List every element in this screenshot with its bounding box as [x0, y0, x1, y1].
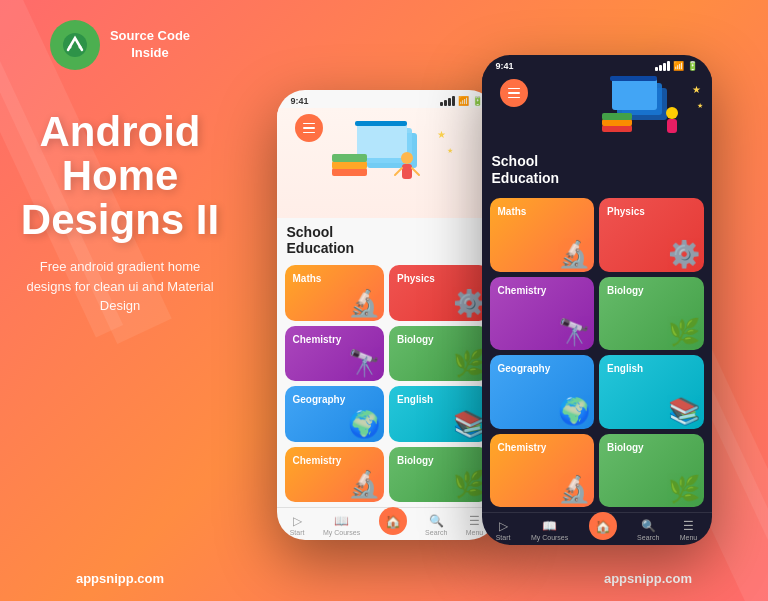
nav-search-light[interactable]: 🔍 Search: [425, 514, 447, 536]
subject-card-geography-dark[interactable]: Geography 🌍: [490, 355, 595, 429]
subject-card-biology-light[interactable]: Biology 🌿: [389, 326, 489, 382]
svg-rect-18: [612, 78, 657, 110]
status-bar-dark: 9:41 📶 🔋: [482, 55, 712, 73]
svg-rect-23: [602, 119, 632, 126]
hero-illustration-light: ★ ★: [307, 113, 467, 213]
status-icons-dark: 📶 🔋: [655, 61, 698, 71]
subject-card-physics-light[interactable]: Physics ⚙️: [389, 265, 489, 321]
nav-start-light[interactable]: ▷ Start: [290, 514, 305, 536]
subject-card-english-dark[interactable]: English 📚: [599, 355, 704, 429]
subject-grid-light: Maths 🔬 Physics ⚙️ Chemistry 🔭 Biology 🌿…: [277, 260, 497, 507]
subject-card-english-light[interactable]: English 📚: [389, 386, 489, 442]
nav-start-icon: ▷: [293, 514, 302, 528]
source-code-label: Source Code Inside: [110, 28, 190, 62]
status-bar-light: 9:41 📶 🔋: [277, 90, 497, 108]
svg-point-20: [666, 107, 678, 119]
svg-rect-5: [357, 123, 407, 158]
svg-text:★: ★: [447, 147, 453, 154]
subject-card-maths-dark[interactable]: Maths 🔬: [490, 198, 595, 272]
nav-menu-dark[interactable]: ☰ Menu: [680, 519, 698, 541]
subject-grid-dark: Maths 🔬 Physics ⚙️ Chemistry 🔭 Biology 🌿…: [482, 193, 712, 512]
svg-line-9: [395, 168, 402, 175]
subject-card-biology2-dark[interactable]: Biology 🌿: [599, 434, 704, 508]
phone-light: 9:41 📶 🔋: [277, 90, 497, 540]
nav-search-dark[interactable]: 🔍 Search: [637, 519, 659, 541]
subject-card-geography-light[interactable]: Geography 🌍: [285, 386, 385, 442]
hamburger-dark[interactable]: [500, 79, 528, 107]
svg-rect-21: [667, 119, 677, 133]
svg-text:★: ★: [697, 102, 703, 109]
svg-text:★: ★: [437, 129, 446, 140]
school-heading-light: School Education: [277, 218, 497, 260]
bottom-nav-light: ▷ Start 📖 My Courses 🏠 🔍 Search ☰ Menu: [277, 507, 497, 540]
phone-light-screen: 9:41 📶 🔋: [277, 90, 497, 540]
time-light: 9:41: [291, 96, 309, 106]
nav-menu-icon-dark: ☰: [683, 519, 694, 533]
subject-card-chemistry-light[interactable]: Chemistry 🔭: [285, 326, 385, 382]
url-left: appsnipp.com: [0, 571, 240, 586]
nav-courses-icon: 📖: [334, 514, 349, 528]
nav-courses-dark[interactable]: 📖 My Courses: [531, 519, 568, 541]
svg-rect-8: [402, 164, 412, 179]
phone-dark-screen: 9:41 📶 🔋: [482, 55, 712, 545]
subject-card-biology-dark[interactable]: Biology 🌿: [599, 277, 704, 351]
status-icons-light: 📶 🔋: [440, 96, 483, 106]
nav-start-dark[interactable]: ▷ Start: [496, 519, 511, 541]
nav-courses-icon-dark: 📖: [542, 519, 557, 533]
time-dark: 9:41: [496, 61, 514, 71]
main-title: Android Home Designs II: [21, 110, 219, 242]
subject-card-biology2-light[interactable]: Biology 🌿: [389, 447, 489, 503]
url-right: appsnipp.com: [528, 571, 768, 586]
nav-menu-light[interactable]: ☰ Menu: [466, 514, 484, 536]
phones-area: 9:41 📶 🔋: [220, 10, 768, 590]
nav-start-icon-dark: ▷: [499, 519, 508, 533]
subject-card-chemistry2-light[interactable]: Chemistry 🔬: [285, 447, 385, 503]
nav-home-dark[interactable]: 🏠: [589, 512, 617, 540]
logo-area: Source Code Inside: [50, 20, 190, 70]
svg-point-7: [401, 152, 413, 164]
svg-rect-12: [332, 161, 367, 169]
svg-line-10: [412, 168, 419, 175]
svg-rect-22: [602, 125, 632, 132]
hero-illustration-dark: ★ ★: [582, 73, 712, 183]
svg-text:★: ★: [692, 84, 701, 95]
school-heading-dark: School Education: [492, 153, 560, 187]
nav-search-icon-dark: 🔍: [641, 519, 656, 533]
svg-rect-11: [332, 168, 367, 176]
hero-light: ★ ★: [277, 108, 497, 218]
svg-rect-13: [332, 154, 367, 162]
subject-card-physics-dark[interactable]: Physics ⚙️: [599, 198, 704, 272]
nav-courses-light[interactable]: 📖 My Courses: [323, 514, 360, 536]
subtitle: Free android gradient home designs for c…: [0, 257, 240, 316]
hero-dark: School Education ★ ★: [482, 73, 712, 193]
subject-card-chemistry-dark[interactable]: Chemistry 🔭: [490, 277, 595, 351]
svg-point-1: [68, 46, 71, 49]
hamburger-light[interactable]: [295, 114, 323, 142]
svg-rect-6: [355, 121, 407, 126]
nav-menu-icon: ☰: [469, 514, 480, 528]
phone-dark: 9:41 📶 🔋: [482, 55, 712, 545]
left-panel: Source Code Inside Android Home Designs …: [0, 0, 240, 601]
svg-rect-24: [602, 113, 632, 120]
svg-rect-19: [610, 76, 657, 81]
subject-card-maths-light[interactable]: Maths 🔬: [285, 265, 385, 321]
subject-card-chemistry2-dark[interactable]: Chemistry 🔬: [490, 434, 595, 508]
svg-point-2: [78, 46, 81, 49]
logo-icon: [50, 20, 100, 70]
bottom-nav-dark: ▷ Start 📖 My Courses 🏠 🔍 Search ☰ Menu: [482, 512, 712, 545]
nav-search-icon: 🔍: [429, 514, 444, 528]
nav-home-light[interactable]: 🏠: [379, 507, 407, 535]
